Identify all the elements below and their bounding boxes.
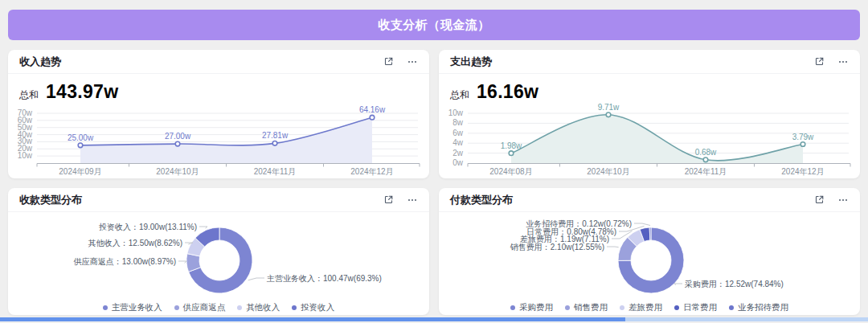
legend-item[interactable]: 其他收入 <box>237 302 280 313</box>
horizontal-scrollbar[interactable] <box>0 317 868 321</box>
legend-label: 供应商返点 <box>183 302 226 313</box>
svg-text:64.16w: 64.16w <box>359 105 386 114</box>
svg-text:0w: 0w <box>452 158 464 167</box>
svg-text:6w: 6w <box>452 129 464 137</box>
receipt-donut-chart: 主营业务收入：100.47w(69.3%)供应商返点：13.00w(8.97%)… <box>8 212 429 300</box>
svg-text:日常费用：0.80w(4.78%): 日常费用：0.80w(4.78%) <box>526 227 616 236</box>
legend-label: 业务招待费用 <box>738 302 788 313</box>
legend-dot-icon <box>620 305 624 310</box>
card-header: 收入趋势 <box>8 50 429 74</box>
card-title: 付款类型分布 <box>450 193 513 207</box>
svg-text:2024年10月: 2024年10月 <box>156 167 199 176</box>
svg-text:27.81w: 27.81w <box>262 131 289 140</box>
svg-text:2024年11月: 2024年11月 <box>685 167 727 176</box>
legend-label: 投资收入 <box>301 302 334 313</box>
page-banner: 收支分析（现金流） <box>8 10 860 40</box>
card-title: 支出趋势 <box>450 55 492 69</box>
page-title: 收支分析（现金流） <box>378 18 490 33</box>
legend-label: 差旅费用 <box>628 302 662 313</box>
svg-text:9.71w: 9.71w <box>598 104 620 112</box>
legend-label: 采购费用 <box>519 302 553 313</box>
income-trend-card: 收入趋势 总和 143.97w 10w20w30w40w50w60w70w25.… <box>8 50 429 178</box>
svg-text:25.00w: 25.00w <box>68 133 94 142</box>
legend-item[interactable]: 供应商返点 <box>174 302 226 313</box>
payment-donut-chart: 采购费用：12.52w(74.84%)销售费用：2.10w(12.55%)差旅费… <box>439 212 860 300</box>
legend-dot-icon <box>237 305 242 310</box>
card-header: 支出趋势 <box>439 50 860 74</box>
legend-item[interactable]: 投资收入 <box>292 302 334 313</box>
legend-item[interactable]: 日常费用 <box>674 302 717 313</box>
svg-text:8w: 8w <box>452 118 464 127</box>
legend-item[interactable]: 采购费用 <box>510 302 553 313</box>
more-icon[interactable] <box>837 56 849 67</box>
sum-value: 16.16w <box>477 81 538 103</box>
svg-text:1.98w: 1.98w <box>501 141 522 150</box>
legend-dot-icon <box>729 305 734 310</box>
legend-dot-icon <box>292 305 297 310</box>
chart-legend: 采购费用销售费用差旅费用日常费用业务招待费用 <box>439 300 860 315</box>
svg-text:0.68w: 0.68w <box>695 148 717 157</box>
card-header: 付款类型分布 <box>439 188 860 212</box>
expand-icon[interactable] <box>814 194 825 205</box>
svg-text:2024年08月: 2024年08月 <box>489 167 532 176</box>
legend-item[interactable]: 业务招待费用 <box>729 302 788 313</box>
svg-text:销售费用：2.10w(12.55%): 销售费用：2.10w(12.55%) <box>510 243 604 251</box>
summary-row: 总和 143.97w <box>8 74 429 103</box>
receipt-distribution-card: 收款类型分布 主营业务收入：100.47w(69.3%)供应商返点：13.00w… <box>8 188 429 315</box>
svg-text:2024年12月: 2024年12月 <box>781 167 824 176</box>
scrollbar-thumb[interactable] <box>0 317 625 321</box>
more-icon[interactable] <box>407 56 418 67</box>
svg-text:10w: 10w <box>448 108 464 117</box>
card-header: 收款类型分布 <box>8 188 429 212</box>
legend-label: 主营业务收入 <box>112 302 162 313</box>
svg-text:其他收入：12.50w(8.62%): 其他收入：12.50w(8.62%) <box>88 239 182 247</box>
expand-icon[interactable] <box>814 56 825 67</box>
svg-text:2024年12月: 2024年12月 <box>350 167 393 176</box>
legend-dot-icon <box>103 305 108 310</box>
more-icon[interactable] <box>837 194 849 205</box>
more-icon[interactable] <box>407 194 418 205</box>
legend-label: 日常费用 <box>683 302 717 313</box>
sum-value: 143.97w <box>46 81 118 103</box>
sum-label: 总和 <box>19 88 39 102</box>
svg-text:27.00w: 27.00w <box>165 132 191 141</box>
card-title: 收款类型分布 <box>19 193 82 207</box>
legend-dot-icon <box>174 305 179 310</box>
svg-text:70w: 70w <box>18 108 33 117</box>
svg-text:2024年11月: 2024年11月 <box>254 167 297 176</box>
expand-icon[interactable] <box>383 56 394 67</box>
legend-dot-icon <box>565 305 570 310</box>
svg-text:4w: 4w <box>452 138 464 147</box>
svg-text:主营业务收入：100.47w(69.3%): 主营业务收入：100.47w(69.3%) <box>266 274 382 283</box>
svg-text:投资收入：19.00w(13.11%): 投资收入：19.00w(13.11%) <box>99 223 197 231</box>
legend-item[interactable]: 差旅费用 <box>620 302 662 313</box>
svg-text:2w: 2w <box>452 149 464 157</box>
payment-distribution-card: 付款类型分布 采购费用：12.52w(74.84%)销售费用：2.10w(12.… <box>439 188 860 315</box>
legend-item[interactable]: 销售费用 <box>565 302 608 313</box>
legend-label: 其他收入 <box>246 302 280 313</box>
chart-legend: 主营业务收入供应商返点其他收入投资收入 <box>8 300 429 315</box>
svg-text:采购费用：12.52w(74.84%): 采购费用：12.52w(74.84%) <box>685 280 784 288</box>
legend-dot-icon <box>674 305 679 310</box>
legend-label: 销售费用 <box>574 302 608 313</box>
expand-icon[interactable] <box>383 194 394 205</box>
svg-text:2024年10月: 2024年10月 <box>587 167 629 176</box>
card-title: 收入趋势 <box>19 55 61 69</box>
svg-text:业务招待费用：0.12w(0.72%): 业务招待费用：0.12w(0.72%) <box>526 219 632 228</box>
expense-trend-chart: 0w2w4w6w8w10w1.98w2024年08月9.71w2024年10月0… <box>439 104 860 178</box>
svg-text:2024年09月: 2024年09月 <box>59 167 101 176</box>
svg-text:3.79w: 3.79w <box>792 133 814 141</box>
expense-trend-card: 支出趋势 总和 16.16w 0w2w4w6w8w10w1.98w2024年08… <box>439 50 860 178</box>
summary-row: 总和 16.16w <box>439 74 860 103</box>
income-trend-chart: 10w20w30w40w50w60w70w25.00w2024年09月27.00… <box>8 104 429 178</box>
legend-item[interactable]: 主营业务收入 <box>103 302 162 313</box>
svg-text:供应商返点：13.00w(8.97%): 供应商返点：13.00w(8.97%) <box>73 257 176 266</box>
sum-label: 总和 <box>450 88 469 102</box>
legend-dot-icon <box>510 305 515 310</box>
